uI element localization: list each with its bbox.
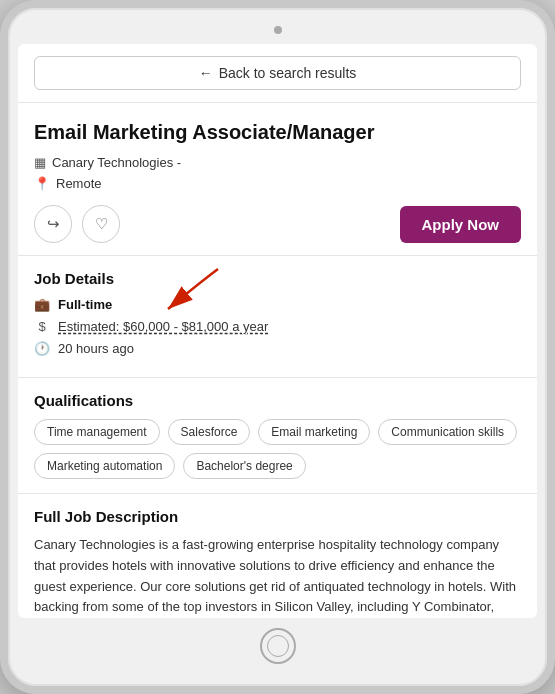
qualification-tag: Communication skills <box>378 419 517 445</box>
share-icon: ↪ <box>47 215 60 233</box>
salary-text: Estimated: $60,000 - $81,000 a year <box>58 319 268 334</box>
company-name: Canary Technologies - <box>52 155 181 170</box>
description-text: Canary Technologies is a fast-growing en… <box>34 535 521 618</box>
location-row: 📍 Remote <box>34 176 521 191</box>
job-title: Email Marketing Associate/Manager <box>34 119 521 145</box>
description-title: Full Job Description <box>34 508 521 525</box>
back-label: Back to search results <box>219 65 357 81</box>
tablet-camera <box>274 26 282 34</box>
qualification-tag: Email marketing <box>258 419 370 445</box>
briefcase-icon: 💼 <box>34 297 50 312</box>
clock-icon: 🕐 <box>34 341 50 356</box>
job-details-title: Job Details <box>34 270 521 287</box>
action-row: ↪ ♡ Apply Now <box>34 205 521 243</box>
qualifications-section: Qualifications Time managementSalesforce… <box>18 378 537 494</box>
tags-group: Time managementSalesforceEmail marketing… <box>34 419 521 479</box>
home-button-ring <box>267 635 289 657</box>
qualification-tag: Marketing automation <box>34 453 175 479</box>
qualifications-title: Qualifications <box>34 392 521 409</box>
posted-row: 🕐 20 hours ago <box>34 341 521 356</box>
screen-content: ← Back to search results Email Marketing… <box>18 44 537 618</box>
location-text: Remote <box>56 176 102 191</box>
share-button[interactable]: ↪ <box>34 205 72 243</box>
qualification-tag: Time management <box>34 419 160 445</box>
tablet-screen: ← Back to search results Email Marketing… <box>18 44 537 618</box>
job-header: Email Marketing Associate/Manager ▦ Cana… <box>18 103 537 256</box>
back-button[interactable]: ← Back to search results <box>34 56 521 90</box>
salary-row: $ Estimated: $60,000 - $81,000 a year <box>34 319 521 334</box>
tablet-frame: ← Back to search results Email Marketing… <box>0 0 555 694</box>
description-section: Full Job Description Canary Technologies… <box>18 494 537 618</box>
apply-button[interactable]: Apply Now <box>400 206 522 243</box>
dollar-icon: $ <box>34 319 50 334</box>
heart-icon: ♡ <box>95 215 108 233</box>
home-button[interactable] <box>260 628 296 664</box>
back-bar: ← Back to search results <box>18 44 537 103</box>
back-arrow-icon: ← <box>199 65 213 81</box>
company-icon: ▦ <box>34 155 46 170</box>
company-row: ▦ Canary Technologies - <box>34 155 521 170</box>
qualification-tag: Salesforce <box>168 419 251 445</box>
icon-buttons: ↪ ♡ <box>34 205 120 243</box>
employment-type-row: 💼 Full-time <box>34 297 521 312</box>
posted-text: 20 hours ago <box>58 341 134 356</box>
qualification-tag: Bachelor's degree <box>183 453 305 479</box>
location-icon: 📍 <box>34 176 50 191</box>
job-details-section: Job Details 💼 Full-time $ Estimated: $60… <box>18 256 537 378</box>
employment-type: Full-time <box>58 297 112 312</box>
save-button[interactable]: ♡ <box>82 205 120 243</box>
